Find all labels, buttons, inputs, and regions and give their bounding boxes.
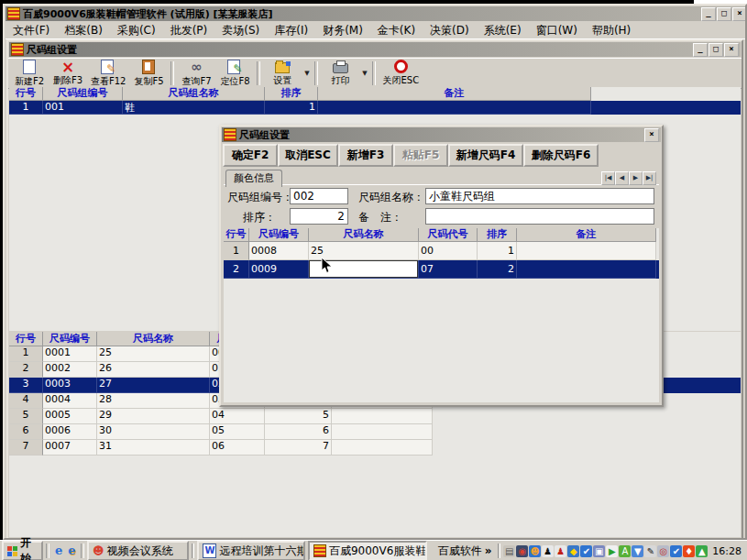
- dialog-size-row-2-selected[interactable]: 2 0009 07 2: [224, 260, 659, 279]
- tray-flame-icon[interactable]: ♦: [683, 545, 695, 557]
- tray-qq2-icon[interactable]: ♟: [555, 545, 566, 557]
- query-binoculars-icon: ∞: [191, 60, 203, 74]
- settings-folder-icon: [275, 60, 290, 73]
- locate-pencil-icon: ✎: [227, 60, 242, 74]
- size-row-5[interactable]: 5 0005 29 04 5: [9, 409, 741, 424]
- print-dropdown-arrow[interactable]: ▼: [359, 60, 369, 87]
- note-label: 备 注：: [358, 210, 402, 225]
- menu-inventory[interactable]: 库存(I): [267, 21, 315, 40]
- toolbar-separator: [314, 61, 318, 85]
- print-button[interactable]: 打印: [321, 60, 359, 87]
- child-minimize-button[interactable]: _: [693, 43, 708, 57]
- tray-swirl-icon[interactable]: ◎: [657, 545, 669, 557]
- settings-button[interactable]: 设置: [263, 60, 302, 87]
- dialog-close-button[interactable]: ×: [644, 128, 659, 142]
- word-doc-icon: W: [203, 544, 216, 558]
- child-maximize-button[interactable]: □: [709, 43, 723, 57]
- main-window-title: 百威9000V6服装鞋帽管理软件 (试用版) [某某服装店]: [23, 7, 273, 21]
- tray-check-shield-icon[interactable]: ✔: [580, 545, 592, 557]
- app-icon: [7, 7, 20, 20]
- menu-file[interactable]: 文件(F): [5, 21, 57, 40]
- group-code-input[interactable]: [290, 188, 348, 204]
- child-close-button[interactable]: ×: [724, 43, 739, 57]
- locate-button[interactable]: ✎ 定位F8: [215, 60, 254, 87]
- menu-goldcard[interactable]: 金卡(K): [370, 21, 423, 40]
- size-group-header: 行号 尺码组编号 尺码组名称 排序 备注: [9, 87, 741, 101]
- menu-decision[interactable]: 决策(D): [423, 21, 477, 40]
- tray-media-icon[interactable]: ▶: [606, 545, 618, 557]
- toolbar: 新建F2 × 删除F3 ✎ 查看F12 复制F5 ∞ 查询F7: [8, 58, 742, 89]
- tray-update-icon[interactable]: ▲: [696, 545, 708, 557]
- note-input[interactable]: [425, 208, 654, 225]
- dialog-size-row-1[interactable]: 1 0008 25 00 1: [224, 242, 659, 260]
- ie-quicklaunch-icon[interactable]: e: [52, 544, 65, 558]
- settings-dropdown-arrow[interactable]: ▼: [302, 60, 312, 87]
- taskbar-button-video-conference[interactable]: ☻ 视频会议系统: [87, 541, 189, 560]
- nav-first-button[interactable]: |◀: [601, 171, 615, 185]
- nav-last-button[interactable]: ▶|: [643, 171, 656, 185]
- add-size-button[interactable]: 新增尺码F4: [448, 144, 523, 167]
- toolbar-chevron[interactable]: »: [482, 544, 495, 557]
- ok-button[interactable]: 确定F2: [223, 144, 278, 167]
- taskbar-button-word-doc[interactable]: W 远程培训第十六期.do...: [197, 541, 305, 560]
- group-name-input[interactable]: [425, 188, 654, 204]
- tray-network-icon[interactable]: ▣: [593, 545, 605, 557]
- copy-clipboard-icon: [142, 60, 155, 74]
- paste-button[interactable]: 粘贴F5: [393, 144, 448, 167]
- people-icon: ☻: [93, 544, 104, 557]
- add-button[interactable]: 新增F3: [338, 144, 393, 167]
- view-button[interactable]: ✎ 查看F12: [87, 60, 129, 87]
- size-row-6[interactable]: 6 0006 30 05 6: [9, 424, 741, 440]
- sort-input[interactable]: [290, 208, 348, 225]
- nav-prev-button[interactable]: ◀: [615, 171, 629, 185]
- child-titlebar: 尺码组设置 _ □ ×: [9, 42, 741, 57]
- tray-user-icon[interactable]: ☻: [529, 545, 541, 557]
- close-esc-button[interactable]: 关闭ESC: [379, 60, 423, 87]
- delete-button[interactable]: × 删除F3: [49, 60, 87, 87]
- menu-system[interactable]: 系统(E): [477, 21, 529, 40]
- tray-pen-icon[interactable]: ✎: [644, 545, 656, 557]
- menu-wholesale[interactable]: 批发(P): [163, 21, 215, 40]
- tray-qq-icon[interactable]: ♟: [542, 545, 554, 557]
- tab-color-info[interactable]: 颜色信息: [225, 170, 282, 187]
- child-window-title: 尺码组设置: [27, 43, 77, 57]
- mouse-cursor: [321, 257, 333, 274]
- tray-shield2-icon[interactable]: ▼: [632, 545, 643, 557]
- main-window: 百威9000V6服装鞋帽管理软件 (试用版) [某某服装店] _ □ × 文件(…: [3, 4, 747, 540]
- maximize-button[interactable]: □: [717, 7, 731, 21]
- taskbar-separator: [81, 544, 84, 558]
- minimize-button[interactable]: _: [701, 7, 716, 21]
- taskbar: 开始 e e ☻ 视频会议系统 W 远程培训第十六期.do... 百威9000V…: [0, 540, 747, 560]
- size-row-7[interactable]: 7 0007 31 06 7: [9, 440, 741, 456]
- cancel-button[interactable]: 取消ESC: [278, 144, 338, 167]
- menu-window[interactable]: 窗口(W): [529, 21, 585, 40]
- nav-next-button[interactable]: ▶: [629, 171, 643, 185]
- tray-antivirus-icon[interactable]: A: [619, 545, 631, 557]
- close-button[interactable]: ×: [732, 7, 747, 21]
- start-button[interactable]: 开始: [2, 541, 43, 560]
- menubar: 文件(F) 档案(B) 采购(C) 批发(P) 卖场(S) 库存(I) 财务(M…: [5, 22, 745, 39]
- copy-button[interactable]: 复制F5: [129, 60, 168, 87]
- menu-store[interactable]: 卖场(S): [214, 21, 267, 40]
- tray-shield-icon[interactable]: ◆: [567, 545, 579, 557]
- new-button[interactable]: 新建F2: [10, 60, 49, 87]
- menu-archive[interactable]: 档案(B): [57, 21, 110, 40]
- close-stop-icon: [394, 60, 408, 73]
- size-group-dialog: 尺码组设置 × 确定F2取消ESC新增F3粘贴F5新增尺码F4删除尺码F6 颜色…: [219, 125, 664, 407]
- query-button[interactable]: ∞ 查询F7: [177, 60, 215, 87]
- ie2-quicklaunch-icon[interactable]: e: [65, 544, 78, 558]
- taskbar-button-app-active[interactable]: 百威9000V6服装鞋帽...: [308, 541, 427, 560]
- menu-help[interactable]: 帮助(H): [585, 21, 638, 40]
- app-icon: [313, 544, 326, 557]
- taskbar-toolbar-label: 百威软件: [438, 544, 482, 559]
- dialog-size-grid: 行号 尺码编号 尺码名称 尺码代号 排序 备注 1 0008 25 00 1: [224, 228, 659, 402]
- tray-printer-icon[interactable]: ▤: [503, 545, 515, 557]
- sort-label: 排序：: [243, 210, 276, 225]
- size-group-row[interactable]: 1 001 鞋 1: [9, 101, 741, 115]
- delete-size-button[interactable]: 删除尺码F6: [523, 144, 599, 167]
- menu-purchase[interactable]: 采购(C): [110, 21, 163, 40]
- menu-finance[interactable]: 财务(M): [315, 21, 370, 40]
- tray-check-square-icon[interactable]: ✔: [670, 545, 682, 557]
- taskbar-separator: [192, 544, 195, 558]
- tray-recorder-icon[interactable]: ◉: [516, 545, 528, 557]
